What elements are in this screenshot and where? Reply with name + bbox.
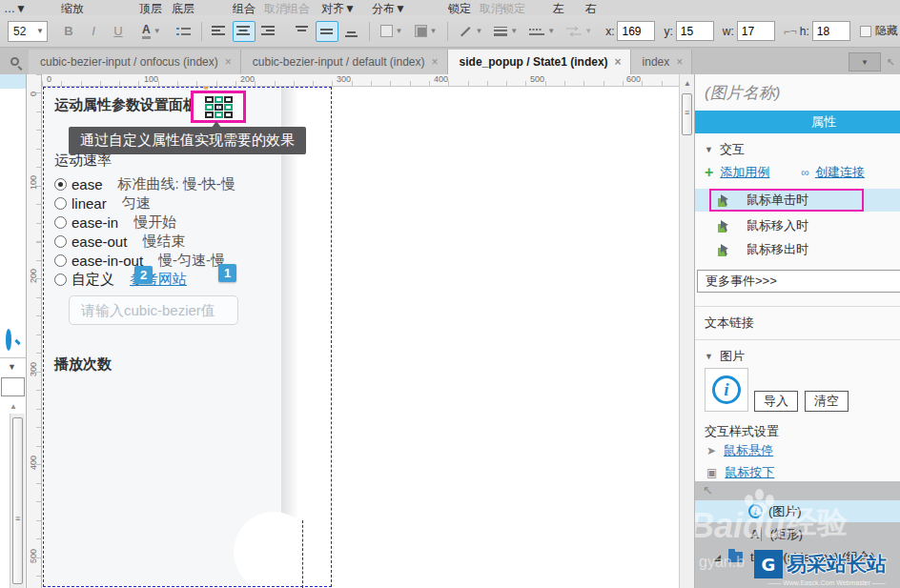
tab-overflow-button[interactable]: ▼ bbox=[849, 52, 881, 71]
radio-option-ease[interactable]: ease 标准曲线: 慢-快-慢 bbox=[54, 174, 235, 193]
left-mini-input[interactable] bbox=[1, 377, 25, 396]
line-weight-dropdown[interactable]: ▼ bbox=[490, 21, 522, 42]
inspector-tab-properties[interactable]: 属性 bbox=[695, 111, 900, 133]
menu-item-more[interactable]: …▼ bbox=[4, 0, 27, 15]
bold-button[interactable]: B bbox=[57, 21, 80, 42]
axure-app-window: …▼ 缩放 顶层 底层 组合 取消组合 对齐▼ 分布▼ 锁定 取消锁定 左 右 … bbox=[0, 0, 900, 588]
radio-icon[interactable] bbox=[54, 178, 67, 191]
close-icon[interactable]: × bbox=[432, 55, 439, 69]
font-size-select[interactable]: 52 ▼ bbox=[8, 21, 48, 42]
valign-middle-button[interactable] bbox=[316, 21, 338, 42]
tree-expand-icon[interactable]: ◢ bbox=[714, 553, 721, 562]
radio-option-linear[interactable]: linear 匀速 bbox=[54, 193, 235, 213]
scrollbar-grip-icon: ≡ bbox=[685, 108, 689, 117]
tab-side-popup-state1[interactable]: side_popup / State1 (index) × bbox=[448, 50, 631, 74]
table-grid-icon: 1 bbox=[205, 96, 233, 118]
valign-bottom-button[interactable] bbox=[340, 21, 363, 42]
menu-item-group[interactable]: 组合 bbox=[233, 0, 256, 15]
w-input[interactable] bbox=[737, 21, 775, 41]
create-connection-link[interactable]: 创建连接 bbox=[815, 164, 865, 181]
widget-name-placeholder[interactable]: (图片名称) bbox=[705, 82, 780, 104]
menu-item-zoom[interactable]: 缩放 bbox=[61, 0, 84, 15]
radio-option-ease-out[interactable]: ease-out 慢结束 bbox=[54, 232, 235, 251]
mouseover-style-link[interactable]: ➤ 鼠标悬停 bbox=[706, 442, 773, 459]
chevron-down-icon[interactable]: ▼ bbox=[705, 145, 713, 154]
scrollbar-thumb[interactable]: ≡ bbox=[682, 93, 692, 135]
menu-item-left[interactable]: 左 bbox=[553, 0, 564, 15]
chevron-down-icon[interactable]: ▼ bbox=[8, 362, 16, 372]
ruler-label: 100 bbox=[29, 178, 38, 190]
x-input[interactable] bbox=[617, 21, 655, 41]
align-left-button[interactable] bbox=[208, 21, 231, 42]
menu-item-align[interactable]: 对齐▼ bbox=[321, 0, 356, 15]
outline-row-rect[interactable]: A (矩形) bbox=[695, 523, 900, 545]
inspector-panel: (图片名称) 属性 ▼ 交互 + 添加用例 ∞ 创建连接 鼠标单击时 bbox=[694, 74, 900, 588]
radio-icon[interactable] bbox=[54, 235, 67, 248]
import-button[interactable]: 导入 bbox=[754, 391, 798, 412]
panel-title[interactable]: 运动属性参数设置面板 bbox=[54, 96, 197, 114]
tab-cubic-bezier-default[interactable]: cubic-bezier-input / default (index) × bbox=[241, 50, 448, 74]
shadow-dropdown[interactable]: ▼ bbox=[411, 21, 441, 42]
line-style-dropdown[interactable]: ▼ bbox=[525, 21, 559, 42]
vertical-ruler: 0 100 200 300 400 500 bbox=[27, 74, 42, 588]
divider bbox=[695, 339, 900, 340]
left-scrollbar[interactable]: ≡ bbox=[10, 414, 25, 588]
chevron-down-icon[interactable]: ▼ bbox=[705, 352, 713, 361]
mousedown-style-link[interactable]: ▣ 鼠标按下 bbox=[706, 464, 774, 481]
add-case-link[interactable]: 添加用例 bbox=[720, 164, 769, 181]
scroll-up-icon[interactable]: ▲ bbox=[684, 79, 691, 88]
more-events-button[interactable]: 更多事件>>> bbox=[697, 270, 900, 293]
close-icon[interactable]: × bbox=[676, 55, 683, 69]
speed-section-label: 运动速率 bbox=[54, 152, 112, 170]
design-canvas[interactable]: 运动属性参数设置面板 1 通过自定义属性值实现需要的效果 运动速率 ease 标… bbox=[42, 87, 679, 588]
close-icon[interactable]: × bbox=[615, 55, 622, 69]
cubic-bezier-input[interactable] bbox=[69, 295, 238, 325]
italic-button[interactable]: I bbox=[82, 21, 105, 42]
menu-item-right[interactable]: 右 bbox=[585, 0, 597, 15]
event-onclick[interactable]: 鼠标单击时 bbox=[695, 189, 900, 212]
image-thumbnail-box[interactable]: i bbox=[705, 368, 748, 412]
menu-item-distribute[interactable]: 分布▼ bbox=[372, 0, 406, 15]
tooltip-bubble: 通过自定义属性值实现需要的效果 bbox=[69, 127, 306, 154]
scroll-up-icon[interactable]: ▲ bbox=[10, 402, 17, 411]
h-input[interactable] bbox=[812, 21, 850, 41]
option-name: 自定义 bbox=[72, 271, 114, 289]
close-icon[interactable]: × bbox=[225, 55, 232, 69]
menu-item-lock[interactable]: 锁定 bbox=[448, 0, 471, 15]
mouse-cursor-icon bbox=[718, 194, 730, 207]
left-search-button[interactable] bbox=[6, 332, 11, 349]
event-mouseleave[interactable]: 鼠标移出时 bbox=[695, 238, 900, 261]
radio-icon[interactable] bbox=[54, 197, 67, 210]
outline-row-image[interactable]: i (图片) bbox=[695, 500, 900, 522]
interaction-section-header[interactable]: ▼ 交互 bbox=[705, 141, 745, 158]
radio-icon[interactable] bbox=[54, 254, 67, 267]
valign-top-button[interactable] bbox=[291, 21, 314, 42]
align-center-button[interactable] bbox=[233, 21, 256, 42]
scrollbar-thumb[interactable]: ≡ bbox=[12, 417, 23, 584]
menu-item-send-back[interactable]: 底层 bbox=[172, 0, 194, 15]
aspect-lock-icon[interactable]: ⌐¬ bbox=[784, 25, 797, 38]
search-button[interactable] bbox=[0, 48, 29, 74]
radio-option-ease-in[interactable]: ease-in 慢开始 bbox=[54, 213, 235, 232]
clear-button[interactable]: 清空 bbox=[805, 391, 849, 412]
tab-cubic-bezier-onfocus[interactable]: cubic-bezier-input / onfocus (index) × bbox=[29, 50, 241, 74]
panel-collapse-icon[interactable]: ↖ bbox=[881, 56, 900, 69]
radio-icon[interactable] bbox=[54, 216, 67, 229]
selected-grid-widget[interactable]: 1 bbox=[191, 91, 246, 123]
image-section-header[interactable]: ▼ 图片 bbox=[705, 348, 745, 365]
left-panel-strip: ▼ ▲ ≡ bbox=[0, 74, 27, 588]
menu-item-bring-front[interactable]: 顶层 bbox=[139, 0, 162, 15]
mouse-cursor-icon bbox=[718, 220, 730, 233]
line-color-dropdown[interactable]: ▼ bbox=[455, 21, 486, 42]
canvas-vertical-scrollbar[interactable]: ▲ ≡ bbox=[679, 74, 694, 588]
align-right-button[interactable] bbox=[257, 21, 280, 42]
font-color-dropdown[interactable]: A ▼ bbox=[138, 21, 165, 42]
radio-icon[interactable] bbox=[54, 274, 67, 286]
event-mouseenter[interactable]: 鼠标移入时 bbox=[695, 214, 900, 237]
tab-index[interactable]: index × bbox=[631, 50, 693, 74]
bullet-list-button[interactable] bbox=[173, 21, 195, 42]
underline-button[interactable]: U bbox=[107, 21, 130, 42]
hide-checkbox[interactable] bbox=[860, 26, 871, 37]
dashed-line-icon bbox=[529, 27, 544, 36]
y-input[interactable] bbox=[676, 21, 714, 41]
